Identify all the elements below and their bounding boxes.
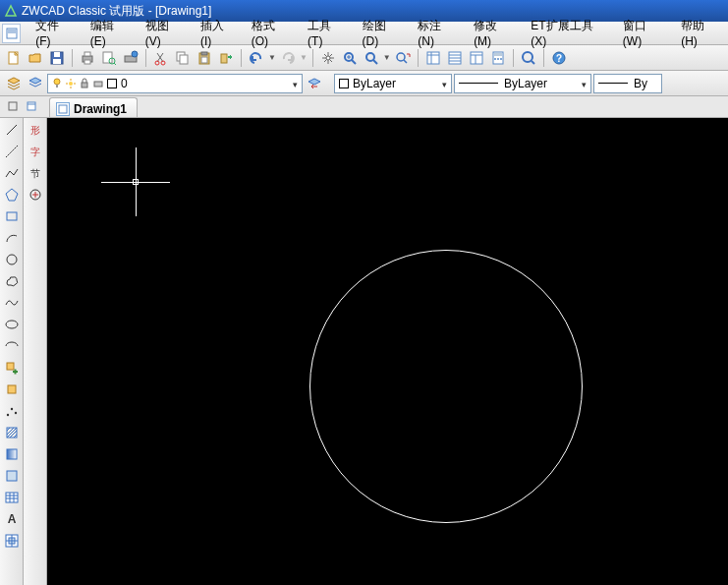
revcloud-tool[interactable]	[2, 271, 22, 291]
linetype-combo[interactable]: ByLayer	[454, 74, 591, 93]
menu-help[interactable]: 帮助(H)	[672, 15, 728, 51]
region-tool[interactable]	[2, 466, 22, 486]
publish-button[interactable]	[121, 48, 140, 68]
open-button[interactable]	[26, 48, 45, 68]
arc-tool[interactable]	[2, 228, 22, 248]
svg-point-48	[6, 414, 8, 416]
cn-tool-2[interactable]: 字	[26, 142, 45, 161]
gradient-tool[interactable]	[2, 444, 22, 464]
zoom-previous-button[interactable]	[393, 48, 413, 68]
drawing-canvas[interactable]	[47, 118, 728, 585]
svg-rect-43	[7, 212, 17, 220]
cn-tool-4[interactable]	[26, 185, 45, 205]
svg-rect-47	[8, 385, 16, 393]
cn-tool-1[interactable]: 形	[26, 120, 45, 140]
drawn-circle	[309, 250, 583, 523]
help-button[interactable]: ?	[549, 48, 569, 68]
match-prop-button[interactable]	[216, 48, 236, 68]
line-tool[interactable]	[2, 120, 22, 140]
menu-edit[interactable]: 编辑(E)	[82, 15, 137, 51]
properties-button[interactable]	[423, 48, 443, 68]
menu-view[interactable]: 视图(V)	[137, 15, 192, 51]
svg-text:节: 节	[30, 168, 40, 179]
undo-dropdown-icon[interactable]: ▼	[268, 53, 276, 62]
print-preview-button[interactable]	[99, 48, 119, 68]
color-combo[interactable]: ByLayer	[334, 74, 452, 93]
tab-drawing1[interactable]: Drawing1	[49, 97, 138, 117]
layer-manager-button[interactable]	[4, 74, 24, 93]
menu-ettools[interactable]: ET扩展工具(X)	[522, 15, 614, 51]
calc-button[interactable]	[488, 48, 508, 68]
polyline-tool[interactable]	[2, 163, 22, 183]
svg-rect-52	[7, 449, 17, 459]
separator	[241, 49, 242, 67]
ellipse-arc-tool[interactable]	[2, 336, 22, 356]
torus-tool[interactable]	[2, 531, 22, 551]
minimize-doc-button[interactable]	[4, 97, 22, 114]
svg-rect-8	[103, 52, 112, 63]
svg-rect-19	[221, 54, 227, 63]
menu-window[interactable]: 窗口(W)	[614, 15, 672, 51]
print-button[interactable]	[78, 48, 97, 68]
svg-rect-18	[201, 57, 207, 63]
svg-rect-53	[7, 471, 17, 481]
zoom-extents-button[interactable]	[519, 48, 538, 68]
construction-line-tool[interactable]	[2, 142, 22, 161]
restore-doc-button[interactable]	[23, 97, 40, 114]
pan-button[interactable]	[318, 48, 338, 68]
svg-rect-42	[59, 105, 67, 113]
menu-tools[interactable]: 工具(T)	[299, 15, 354, 51]
paste-button[interactable]	[195, 48, 214, 68]
layer-name: 0	[121, 77, 128, 90]
redo-dropdown-icon[interactable]: ▼	[300, 53, 308, 62]
separator	[145, 49, 146, 67]
layer-states-button[interactable]	[26, 74, 45, 93]
separator	[418, 49, 419, 67]
insert-block-tool[interactable]	[2, 358, 22, 378]
lineweight-value: By	[634, 77, 647, 90]
svg-rect-15	[180, 55, 188, 64]
menu-dim[interactable]: 标注(N)	[409, 15, 465, 51]
hatch-tool[interactable]	[2, 423, 22, 442]
svg-rect-4	[53, 59, 61, 64]
circle-tool[interactable]	[2, 250, 22, 269]
design-center-button[interactable]	[445, 48, 465, 68]
app-logo-icon	[4, 4, 18, 18]
zoom-window-button[interactable]	[362, 48, 381, 68]
layer-previous-button[interactable]	[305, 74, 324, 93]
zoom-realtime-button[interactable]	[340, 48, 360, 68]
copy-button[interactable]	[173, 48, 193, 68]
table-tool[interactable]	[2, 488, 22, 507]
svg-rect-17	[201, 52, 207, 55]
lineweight-combo[interactable]: By	[593, 74, 662, 93]
svg-text:A: A	[7, 512, 16, 526]
menu-format[interactable]: 格式(O)	[243, 15, 299, 51]
mtext-tool[interactable]: A	[2, 509, 22, 529]
menu-file[interactable]: 文件(F)	[27, 15, 82, 51]
redo-button[interactable]	[278, 48, 298, 68]
svg-text:字: 字	[30, 146, 40, 157]
point-tool[interactable]	[2, 401, 22, 421]
undo-button[interactable]	[247, 48, 266, 68]
svg-rect-7	[84, 60, 90, 64]
rectangle-tool[interactable]	[2, 206, 22, 226]
polygon-tool[interactable]	[2, 185, 22, 205]
tab-label: Drawing1	[74, 102, 127, 116]
zoom-dropdown-icon[interactable]: ▼	[383, 53, 391, 62]
ellipse-tool[interactable]	[2, 315, 22, 334]
menu-draw[interactable]: 绘图(D)	[354, 15, 410, 51]
cn-tool-3[interactable]: 节	[26, 163, 45, 183]
plot-icon	[93, 79, 103, 88]
menu-modify[interactable]: 修改(M)	[465, 15, 522, 51]
new-button[interactable]	[4, 48, 24, 68]
make-block-tool[interactable]	[2, 380, 22, 399]
spline-tool[interactable]	[2, 293, 22, 313]
save-button[interactable]	[47, 48, 67, 68]
tool-palettes-button[interactable]	[467, 48, 486, 68]
layer-combo[interactable]: 0	[47, 74, 303, 93]
svg-point-32	[523, 52, 532, 62]
doc-icon	[56, 102, 70, 116]
menu-insert[interactable]: 插入(I)	[192, 15, 243, 51]
doc-system-icon[interactable]	[2, 24, 21, 43]
cut-button[interactable]	[151, 48, 171, 68]
